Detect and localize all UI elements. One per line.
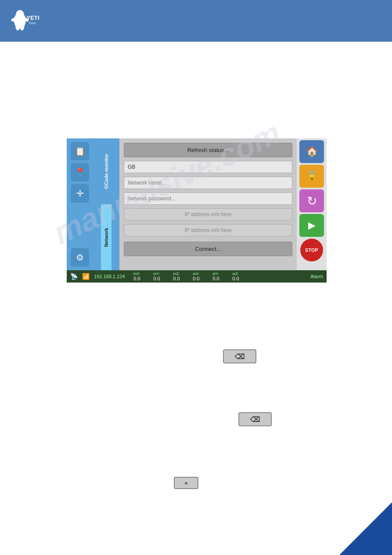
refresh-status-button[interactable]: Refresh status...: [124, 143, 292, 157]
center-panel: Refresh status... IP address info here I…: [119, 138, 297, 270]
signal-icon: 📶: [82, 273, 90, 280]
coord-my: mY: 0.0: [149, 272, 164, 281]
play-button[interactable]: ▶: [299, 214, 324, 237]
right-sidebar: 🏠 🔓 ↻ ▶ STOP: [297, 138, 327, 270]
coord-wz: wZ: 0.0: [228, 272, 243, 281]
backspace-button-1[interactable]: ⌫: [223, 349, 256, 363]
corner-decoration: [339, 502, 392, 555]
network-password-field[interactable]: [124, 192, 292, 205]
ui-main: 📋 📍 ✛ ⚙ GCode monitor Network Refresh st…: [67, 138, 327, 270]
connect-button[interactable]: Connect...: [124, 242, 292, 256]
home-button[interactable]: 🏠: [299, 140, 324, 163]
stop-button[interactable]: STOP: [300, 239, 323, 261]
ip-info-1: IP address info here: [124, 208, 292, 221]
refresh-button[interactable]: ↻: [299, 189, 324, 212]
backspace-button-2[interactable]: ⌫: [238, 412, 272, 426]
coord-wx: wX: 0.0: [188, 272, 204, 281]
status-bar: 📡 📶 192.168.1.124 mX: 0.0 mY: 0.0 mZ: 0.…: [67, 270, 327, 283]
close-x-button[interactable]: ×: [174, 477, 198, 489]
location-icon[interactable]: 📍: [71, 163, 89, 181]
logo-area: YETI TooL: [9, 6, 44, 36]
yeti-logo: YETI TooL: [9, 6, 44, 36]
network-name-field[interactable]: [124, 177, 292, 189]
alarm-label: Alarm: [310, 274, 323, 279]
svg-text:YETI: YETI: [26, 14, 40, 21]
main-content: manualsive.com 📋 📍 ✛ ⚙ GCode monitor Net…: [0, 42, 392, 555]
tab-network[interactable]: Network: [101, 204, 111, 270]
coord-wy: wY: 0.0: [208, 272, 223, 281]
country-field[interactable]: [124, 161, 292, 173]
wifi-icon: 📡: [70, 273, 78, 280]
left-sidebar: 📋 📍 ✛ ⚙: [67, 138, 93, 270]
ip-info-2: IP address info here: [124, 224, 292, 236]
ui-block: 📋 📍 ✛ ⚙ GCode monitor Network Refresh st…: [67, 138, 327, 283]
vertical-tabs: GCode monitor Network: [93, 138, 119, 270]
ip-address: 192.168.1.124: [94, 274, 125, 279]
coord-mx: mX: 0.0: [129, 272, 144, 281]
svg-text:TooL: TooL: [29, 21, 36, 25]
coord-mz: mZ: 0.0: [169, 272, 184, 281]
tab-gcode-monitor[interactable]: GCode monitor: [101, 138, 111, 204]
unlock-button[interactable]: 🔓: [299, 165, 324, 188]
clipboard-icon[interactable]: 📋: [71, 142, 89, 160]
move-icon[interactable]: ✛: [71, 184, 89, 203]
header: YETI TooL: [0, 0, 392, 42]
svg-point-1: [16, 10, 24, 19]
settings-icon[interactable]: ⚙: [71, 248, 89, 267]
